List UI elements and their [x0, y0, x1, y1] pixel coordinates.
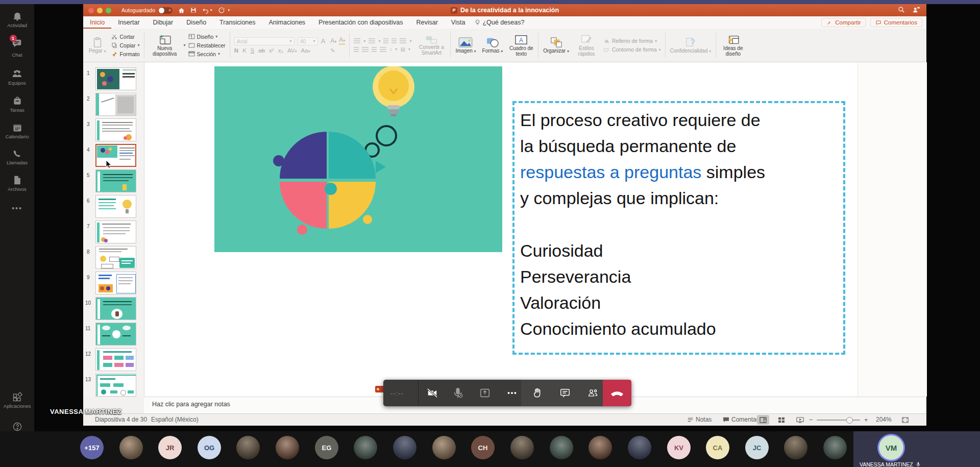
- normal-view-button[interactable]: [757, 415, 769, 425]
- columns-button[interactable]: ▤: [400, 46, 405, 52]
- italic-button[interactable]: K: [242, 47, 247, 54]
- insert-image-button[interactable]: Imagen ▾: [452, 29, 479, 62]
- participant-initials-avatar[interactable]: JC: [745, 436, 769, 459]
- slide-thumbnail-8[interactable]: [95, 246, 136, 269]
- zoom-level[interactable]: 204%: [876, 416, 892, 423]
- quick-styles-button[interactable]: Estilos rápidos: [572, 29, 601, 62]
- zoom-in-button[interactable]: +: [864, 416, 868, 424]
- tab-animaciones[interactable]: Animaciones: [262, 17, 312, 29]
- slide-thumbnail-4-selected[interactable]: [95, 144, 136, 167]
- slideshow-view-button[interactable]: [794, 415, 806, 425]
- shapes-button[interactable]: Formas ▾: [479, 29, 506, 62]
- slide-thumbnail-11[interactable]: [95, 323, 136, 346]
- slide-thumbnail-9[interactable]: [95, 272, 136, 294]
- tab-revisar[interactable]: Revisar: [409, 17, 444, 29]
- numbering-button[interactable]: [369, 38, 375, 43]
- align-left-button[interactable]: [354, 47, 359, 52]
- tab-dibujar[interactable]: Dibujar: [146, 17, 180, 29]
- slide-thumbnail-2[interactable]: [95, 93, 136, 116]
- slide-thumbnail-1[interactable]: [95, 67, 136, 90]
- convert-smartart-button[interactable]: Convertir a SmartArt: [414, 29, 449, 62]
- sidebar-item-activity[interactable]: Actividad: [0, 11, 34, 28]
- font-color-button[interactable]: A▾: [339, 36, 345, 45]
- justify-button[interactable]: [380, 47, 386, 52]
- sidebar-item-calls[interactable]: Llamadas: [0, 149, 34, 165]
- language-status[interactable]: Español (México): [151, 416, 199, 423]
- participant-photo-avatar[interactable]: [784, 436, 807, 459]
- font-name-combobox[interactable]: Arial▾: [234, 37, 295, 45]
- participant-photo-avatar[interactable]: [354, 436, 377, 459]
- format-painter-button[interactable]: Formato: [111, 50, 139, 58]
- comments-button[interactable]: Comentarios: [870, 18, 922, 27]
- zoom-slider-track[interactable]: [817, 420, 860, 421]
- mic-off-button[interactable]: [452, 387, 463, 399]
- participants-button[interactable]: [587, 387, 599, 399]
- increase-font-button[interactable]: A: [321, 37, 326, 45]
- hang-up-button[interactable]: [603, 380, 631, 406]
- participant-photo-avatar[interactable]: [236, 436, 260, 459]
- cut-button[interactable]: Cortar: [111, 32, 139, 41]
- tab-help[interactable]: ¿Qué deseas?: [472, 17, 529, 29]
- tab-inicio[interactable]: Inicio: [83, 17, 111, 29]
- slide-illustration[interactable]: [214, 66, 502, 252]
- strikethrough-button[interactable]: ab: [258, 47, 265, 54]
- undo-dropdown-chevron[interactable]: ▾: [210, 8, 212, 12]
- participant-initials-avatar[interactable]: EG: [315, 436, 338, 459]
- search-icon[interactable]: [898, 6, 905, 13]
- chat-button[interactable]: [559, 387, 571, 399]
- more-options-button[interactable]: [506, 387, 518, 399]
- slide-sorter-view-button[interactable]: [775, 415, 788, 425]
- participant-initials-avatar[interactable]: OG: [198, 436, 221, 459]
- sidebar-item-files[interactable]: Archivos: [0, 175, 34, 192]
- camera-off-button[interactable]: [427, 387, 438, 399]
- participant-photo-avatar[interactable]: [589, 436, 612, 459]
- participant-initials-avatar[interactable]: KV: [667, 436, 691, 459]
- new-slide-button[interactable]: Nueva diapositiva: [146, 29, 184, 62]
- maximize-window-button[interactable]: [106, 8, 111, 13]
- sidebar-item-calendar[interactable]: Calendario: [0, 122, 34, 139]
- superscript-button[interactable]: x²: [269, 47, 274, 54]
- save-icon[interactable]: [190, 7, 197, 13]
- sidebar-item-chat[interactable]: 1 Chat: [0, 38, 34, 58]
- participant-initials-avatar[interactable]: CH: [471, 436, 495, 459]
- copy-button[interactable]: Copiar ▾: [111, 41, 139, 50]
- slide-thumbnail-3[interactable]: [95, 118, 136, 141]
- toolbar-overflow-chevron[interactable]: ▾: [228, 8, 230, 12]
- clear-format-button[interactable]: ✎: [330, 47, 335, 54]
- tab-transiciones[interactable]: Transiciones: [213, 17, 262, 29]
- sidebar-item-teams[interactable]: Equipos: [0, 69, 34, 86]
- participant-photo-avatar[interactable]: [510, 436, 534, 459]
- sidebar-item-tasks[interactable]: Tareas: [0, 96, 34, 113]
- raise-hand-button[interactable]: [532, 387, 543, 399]
- sidebar-item-more[interactable]: •••: [0, 204, 34, 212]
- self-video-tile[interactable]: VM VANESSA MARTINEZ: [853, 431, 980, 467]
- section-button[interactable]: Sección ▾: [188, 50, 226, 58]
- underline-button[interactable]: S: [251, 47, 255, 54]
- participant-photo-avatar[interactable]: [628, 436, 651, 459]
- sidebar-item-apps[interactable]: Aplicaciones: [0, 392, 34, 409]
- tab-diseno[interactable]: Diseño: [180, 17, 213, 29]
- shape-fill-button[interactable]: Relleno de forma ▾: [603, 37, 661, 45]
- tab-vista[interactable]: Vista: [445, 17, 472, 29]
- notes-toggle[interactable]: Notas: [687, 416, 712, 423]
- paste-button[interactable]: Pegar ▾: [86, 29, 109, 62]
- design-ideas-button[interactable]: Ideas de diseño: [718, 29, 748, 62]
- slide-thumbnail-6[interactable]: [95, 195, 136, 218]
- participant-initials-avatar[interactable]: JR: [158, 436, 182, 459]
- tab-insertar[interactable]: Insertar: [111, 17, 146, 29]
- close-window-button[interactable]: [88, 8, 94, 13]
- arrange-button[interactable]: Organizar ▾: [540, 29, 572, 62]
- participant-photo-avatar[interactable]: [550, 436, 573, 459]
- confidentiality-button[interactable]: Confidencialidad ▾: [667, 29, 715, 62]
- line-spacing-button[interactable]: [400, 38, 406, 43]
- fit-to-window-button[interactable]: [899, 415, 911, 425]
- redo-icon[interactable]: [218, 7, 225, 14]
- minimize-window-button[interactable]: [97, 8, 103, 13]
- share-presence-icon[interactable]: [912, 6, 920, 13]
- bullets-button[interactable]: [354, 38, 360, 43]
- subscript-button[interactable]: x₂: [278, 47, 283, 54]
- participant-initials-avatar[interactable]: CA: [706, 436, 729, 459]
- slide-thumbnail-5[interactable]: [95, 169, 136, 192]
- bold-button[interactable]: N: [234, 47, 238, 54]
- slide-count-status[interactable]: Diapositiva 4 de 30: [95, 416, 147, 423]
